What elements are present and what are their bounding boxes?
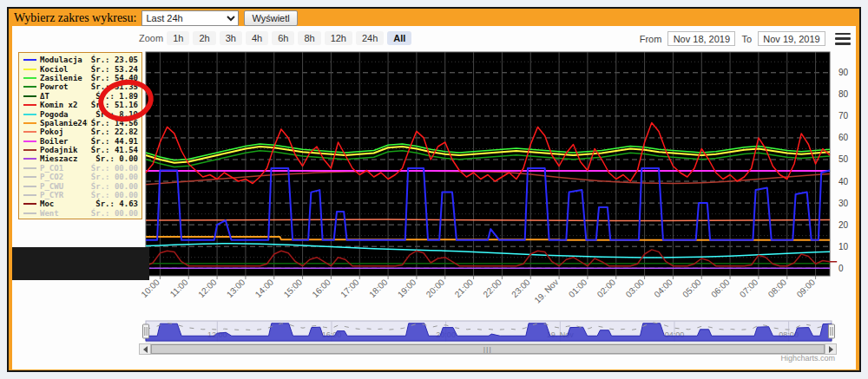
legend-item-label: Modulacja	[40, 56, 88, 64]
zoom-button-12h[interactable]: 12h	[325, 31, 352, 45]
x-axis-tick-label: 03:00	[624, 277, 647, 299]
y-axis-tick-label: 10	[838, 242, 849, 252]
legend-item-zasilenie[interactable]: ZasilenieŚr.: 54.40	[23, 74, 138, 82]
legend-swatch-icon	[23, 86, 36, 88]
y-axis-tick-label: 0	[838, 264, 844, 273]
zoom-button-3h[interactable]: 3h	[220, 31, 242, 45]
legend-item-pogoda[interactable]: PogodaŚr.: 8.19	[23, 109, 138, 118]
legend-item-kociol[interactable]: KociolŚr.: 53.24	[23, 64, 138, 73]
legend-swatch-icon	[23, 114, 36, 115]
thumb-grip-icon: |||	[483, 346, 492, 352]
legend-swatch-icon	[23, 95, 36, 97]
to-label: To	[741, 34, 752, 44]
legend-item-average: Śr.: 0.00	[95, 154, 138, 163]
navigator-right-handle[interactable]	[829, 324, 835, 338]
x-axis-tick-label: 11:00	[168, 277, 190, 298]
zoom-button-2h[interactable]: 2h	[193, 31, 215, 45]
redaction-bar	[12, 247, 149, 280]
context-menu-icon[interactable]	[835, 33, 851, 45]
y-axis-tick-label: 40	[838, 177, 849, 186]
x-axis-tick-label: 21:00	[453, 277, 476, 299]
date-range-controls: From To	[640, 31, 851, 46]
legend-item-average: Śr.: 51.35	[91, 82, 138, 91]
y-axis-tick-label: 60	[838, 133, 849, 142]
legend-item-label: Moc	[40, 199, 92, 208]
legend-item-podajnik[interactable]: PodajnikŚr.: 41.54	[23, 146, 138, 154]
x-axis-tick-label: 12:00	[196, 277, 219, 299]
legend-item-went[interactable]: WentŚr.: 00.00	[23, 209, 138, 218]
y-axis-tick-label: 30	[838, 199, 849, 208]
legend-item-p-cwu[interactable]: P_CWUŚr.: 00.00	[23, 181, 138, 190]
scrollbar-left-arrow[interactable]	[139, 343, 151, 355]
navigator-scrollbar: |||	[139, 343, 837, 355]
range-selector-bar: Wybierz zakres wykresu: Last 24h Wyświet…	[14, 10, 298, 25]
zoom-button-24h[interactable]: 24h	[356, 31, 384, 45]
legend-item-p-co2[interactable]: P_CO2Śr.: 00.00	[23, 173, 138, 181]
legend-item-label: Spalanie24h	[40, 119, 88, 127]
legend-item--t[interactable]: ΔTŚr.: 1.89	[23, 92, 138, 101]
app-frame: Wybierz zakres wykresu: Last 24h Wyświet…	[7, 7, 861, 372]
x-axis-tick-label: 19. Nov	[532, 278, 560, 305]
legend-item-label: Zasilenie	[40, 74, 88, 82]
legend-item-komin-x2[interactable]: Komin x2Śr.: 51.16	[23, 101, 138, 109]
legend-swatch-icon	[23, 69, 36, 70]
left-arrow-icon	[143, 346, 148, 353]
zoom-button-1h[interactable]: 1h	[167, 31, 189, 45]
legend-swatch-icon	[23, 203, 36, 205]
navigator-left-handle[interactable]	[143, 324, 149, 338]
legend-item-average: Śr.: 00.00	[91, 182, 138, 191]
x-axis-tick-label: 23:00	[510, 277, 532, 299]
legend-swatch-icon	[23, 140, 36, 142]
legend-item-p-cyr[interactable]: P_CYRŚr.: 00.00	[23, 191, 138, 199]
legend-item-mieszacz[interactable]: MieszaczŚr.: 0.00	[23, 154, 138, 163]
navigator[interactable]: 12:0016:0020:0019. Nov04:0008:00	[12, 319, 856, 343]
legend-item-spalanie24h[interactable]: Spalanie24hŚr.: 14.56	[23, 119, 138, 127]
scrollbar-thumb[interactable]: |||	[151, 344, 825, 354]
legend-item-label: Kociol	[40, 65, 88, 74]
legend-swatch-icon	[23, 186, 36, 187]
legend-item-label: P_CWU	[40, 182, 88, 191]
from-date-input[interactable]	[667, 31, 735, 46]
legend-item-label: Powrot	[40, 82, 88, 91]
show-button[interactable]: Wyświetl	[244, 10, 297, 26]
legend-item-average: Śr.: 14.56	[91, 119, 138, 127]
legend-item-label: P_CYR	[40, 191, 88, 199]
legend-item-boiler[interactable]: BoilerŚr.: 44.91	[23, 137, 138, 146]
x-axis-tick-label: 09:00	[795, 277, 818, 299]
legend-item-p-co1[interactable]: P_CO1Śr.: 00.00	[23, 164, 138, 173]
to-date-input[interactable]	[758, 31, 825, 46]
legend-item-moc[interactable]: MocŚr.: 4.63	[23, 199, 138, 208]
x-axis-tick-label: 17:00	[339, 277, 361, 299]
legend-item-average: Śr.: 51.16	[91, 101, 138, 109]
x-axis-tick-label: 19:00	[396, 277, 418, 299]
x-axis-tick-label: 08:00	[766, 277, 789, 299]
x-axis-tick-label: 10:00	[139, 277, 161, 299]
legend-item-label: Went	[40, 209, 88, 218]
highcharts-credit[interactable]: Highcharts.com	[780, 354, 835, 363]
legend-item-modulacja[interactable]: ModulacjaŚr.: 23.05	[23, 56, 138, 64]
legend-item-average: Śr.: 00.00	[91, 191, 138, 199]
y-axis-tick-label: 90	[838, 68, 849, 77]
zoom-button-8h[interactable]: 8h	[298, 31, 320, 45]
scrollbar-track[interactable]: |||	[151, 343, 825, 355]
legend-item-pokoj[interactable]: PokojŚr.: 22.82	[23, 127, 138, 136]
y-axis-tick-label: 50	[838, 154, 849, 164]
legend-item-average: Śr.: 41.54	[91, 146, 138, 154]
zoom-button-all[interactable]: All	[387, 31, 411, 45]
legend-swatch-icon	[23, 122, 36, 124]
legend-swatch-icon	[23, 104, 36, 106]
from-label: From	[640, 34, 662, 44]
zoom-button-4h[interactable]: 4h	[246, 31, 268, 45]
legend-item-average: Śr.: 54.40	[91, 74, 138, 82]
legend-item-label: Pogoda	[40, 110, 92, 119]
zoom-button-6h[interactable]: 6h	[272, 31, 294, 45]
range-select[interactable]: Last 24h	[141, 10, 239, 26]
legend-item-label: Komin x2	[40, 101, 88, 109]
y-axis-tick-label: 70	[838, 111, 849, 121]
legend-item-average: Śr.: 23.05	[91, 56, 138, 64]
x-axis-tick-label: 15:00	[282, 277, 305, 299]
legend-swatch-icon	[23, 176, 36, 178]
legend-item-average: Śr.: 44.91	[91, 137, 138, 146]
legend-item-powrot[interactable]: PowrotŚr.: 51.35	[23, 82, 138, 91]
legend-item-label: Boiler	[40, 137, 88, 146]
